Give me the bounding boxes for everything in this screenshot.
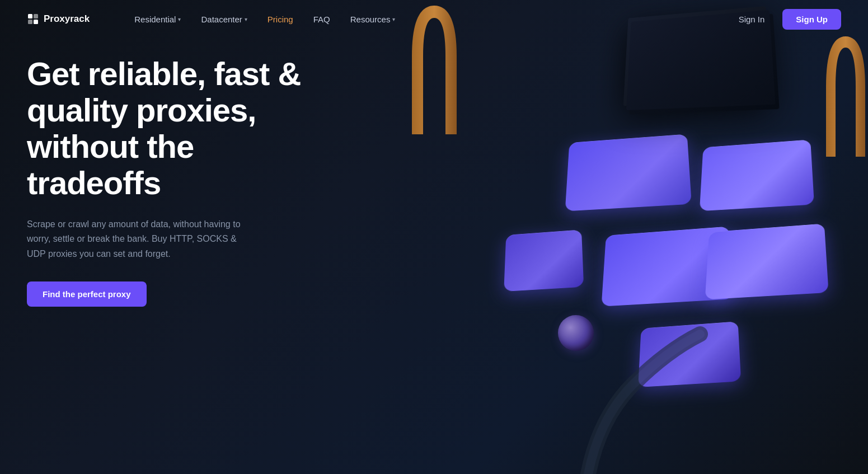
nav-links: Residential ▾ Datacenter ▾ Pricing FAQ R… [125, 10, 729, 29]
nav-item-faq[interactable]: FAQ [304, 10, 339, 29]
cta-button[interactable]: Find the perfect proxy [27, 281, 147, 307]
road-decoration [420, 250, 756, 474]
logo-text: Proxyrack [44, 13, 90, 25]
blue-card-1 [565, 134, 692, 211]
chevron-down-icon: ▾ [392, 16, 395, 22]
svg-rect-0 [28, 14, 32, 18]
logo[interactable]: Proxyrack [27, 13, 90, 25]
sign-up-button[interactable]: Sign Up [782, 9, 841, 30]
nav-item-datacenter[interactable]: Datacenter ▾ [192, 10, 256, 29]
hero-headline: Get reliable, fast & quality proxies, wi… [27, 56, 318, 201]
chevron-down-icon: ▾ [178, 16, 181, 22]
nav-item-resources[interactable]: Resources ▾ [341, 10, 405, 29]
nav-right: Sign In Sign Up [730, 9, 841, 30]
sign-in-link[interactable]: Sign In [730, 10, 774, 29]
svg-rect-3 [34, 20, 38, 24]
hero-content: Get reliable, fast & quality proxies, wi… [27, 56, 318, 307]
navbar: Proxyrack Residential ▾ Datacenter ▾ Pri… [0, 0, 868, 38]
logo-icon [27, 13, 39, 25]
nav-item-residential[interactable]: Residential ▾ [125, 10, 190, 29]
svg-rect-2 [28, 20, 32, 24]
hero-subtext: Scrape or crawl any amount of data, with… [27, 217, 251, 261]
blue-card-2 [700, 139, 814, 211]
svg-rect-1 [34, 14, 38, 18]
hero-section: Proxyrack Residential ▾ Datacenter ▾ Pri… [0, 0, 868, 474]
nav-item-pricing[interactable]: Pricing [259, 10, 302, 29]
chevron-down-icon: ▾ [245, 16, 247, 22]
right-arch-decoration [823, 34, 868, 157]
